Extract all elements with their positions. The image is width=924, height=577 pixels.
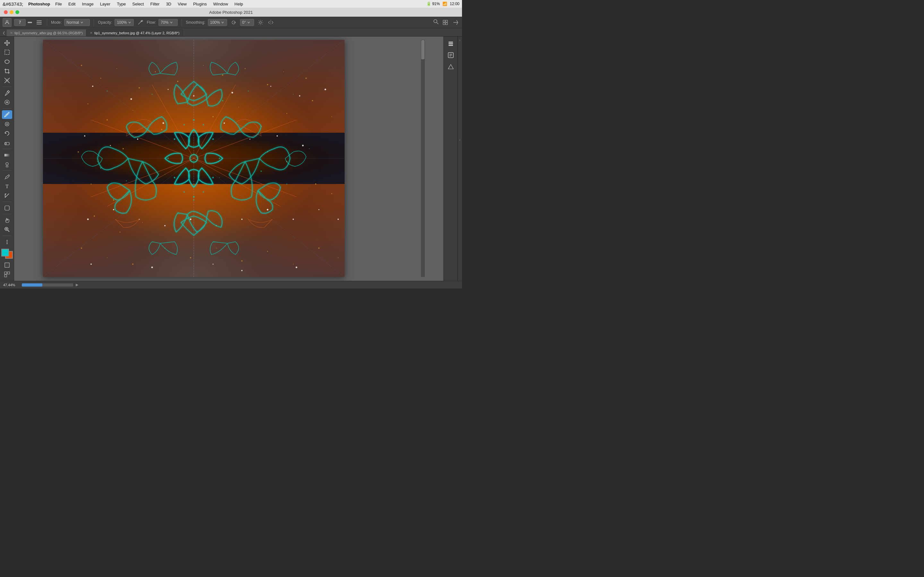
svg-point-76 <box>238 107 239 107</box>
doc-tab-1-close[interactable]: ✕ <box>90 31 92 35</box>
angle-dropdown[interactable]: 0° <box>240 19 254 26</box>
tool-eyedropper[interactable] <box>2 89 12 97</box>
svg-rect-12 <box>443 20 445 22</box>
scrollbar-thumb[interactable] <box>421 40 425 59</box>
view-toggle-icon[interactable] <box>441 19 449 26</box>
tool-clone[interactable] <box>2 119 12 128</box>
doc-tab-0-label: tip1_symmetry_after.jpg @ 66.5% (RGB/8*) <box>15 31 83 35</box>
flow-dropdown[interactable]: 70% <box>158 19 178 26</box>
brush-preset-button[interactable] <box>3 18 11 27</box>
tool-history[interactable] <box>2 129 12 138</box>
right-collapse-button[interactable]: › ‹ <box>457 37 462 281</box>
brush-settings-icon[interactable] <box>35 19 43 26</box>
svg-point-91 <box>107 258 107 258</box>
svg-point-43 <box>6 243 7 244</box>
menu-layer[interactable]: Layer <box>99 2 112 6</box>
svg-point-108 <box>168 89 169 90</box>
menu-3d[interactable]: 3D <box>165 2 173 6</box>
svg-point-164 <box>174 139 176 140</box>
svg-point-41 <box>6 240 7 241</box>
tool-hand[interactable] <box>2 216 12 224</box>
svg-point-126 <box>190 219 192 220</box>
svg-line-11 <box>437 23 438 24</box>
tool-type[interactable]: T <box>2 182 12 190</box>
tool-sep-3 <box>3 149 11 149</box>
tool-crop[interactable] <box>2 67 12 75</box>
tool-brush[interactable] <box>2 110 12 119</box>
symmetry-icon[interactable] <box>267 19 275 26</box>
apple-menu[interactable]: &#63743; <box>3 1 23 7</box>
menu-edit[interactable]: Edit <box>67 2 77 6</box>
status-bar: 47.44% ▶ <box>0 281 462 288</box>
app-name-menu[interactable]: Photoshop <box>28 2 50 6</box>
tabs-left-arrow[interactable]: ❮ <box>1 29 6 36</box>
svg-point-169 <box>212 177 214 179</box>
tool-dodge[interactable] <box>2 160 12 169</box>
svg-point-171 <box>203 191 204 193</box>
tool-quick-mask[interactable] <box>2 261 12 269</box>
svg-point-42 <box>6 242 7 242</box>
canvas-container <box>43 40 344 277</box>
svg-point-74 <box>187 103 188 105</box>
svg-point-162 <box>184 124 185 125</box>
airbrush-icon[interactable] <box>136 19 144 26</box>
menu-select[interactable]: Select <box>131 2 145 6</box>
layers-button[interactable] <box>446 39 456 49</box>
properties-button[interactable] <box>446 50 456 60</box>
menu-help[interactable]: Help <box>233 2 244 6</box>
mode-dropdown[interactable]: Normal <box>64 19 90 26</box>
canvas-area[interactable] <box>14 37 443 281</box>
status-arrow[interactable]: ▶ <box>76 283 78 287</box>
tool-eraser[interactable] <box>2 139 12 147</box>
svg-rect-47 <box>7 272 10 274</box>
brush-size-input[interactable] <box>14 19 26 26</box>
tool-extra[interactable] <box>2 237 12 246</box>
search-button[interactable] <box>433 19 439 26</box>
svg-point-59 <box>100 78 102 79</box>
angle-icon <box>230 19 237 26</box>
doc-tab-1-label: tip1_symmetry_before.jpg @ 47.4% (Layer … <box>94 31 180 35</box>
menu-type[interactable]: Type <box>115 2 127 6</box>
tool-pen[interactable] <box>2 172 12 181</box>
opacity-dropdown[interactable]: 100% <box>115 19 134 26</box>
svg-point-90 <box>81 247 82 249</box>
svg-point-165 <box>212 139 214 140</box>
doc-tab-1[interactable]: ✕ tip1_symmetry_before.jpg @ 47.4% (Laye… <box>86 29 183 36</box>
tool-zoom[interactable] <box>2 226 12 234</box>
doc-tab-0[interactable]: ✕ tip1_symmetry_after.jpg @ 66.5% (RGB/8… <box>6 29 86 36</box>
svg-point-79 <box>312 100 313 101</box>
svg-point-104 <box>315 183 317 185</box>
tool-lasso[interactable] <box>2 57 12 66</box>
tool-gradient[interactable] <box>2 151 12 159</box>
svg-point-103 <box>309 148 310 149</box>
menu-filter[interactable]: Filter <box>149 2 161 6</box>
menu-window[interactable]: Window <box>212 2 229 6</box>
svg-point-168 <box>174 177 176 179</box>
tool-marquee[interactable] <box>2 48 12 56</box>
menu-view[interactable]: View <box>176 2 188 6</box>
maximize-button[interactable] <box>15 10 19 14</box>
share-icon[interactable] <box>452 19 459 26</box>
svg-point-89 <box>142 222 143 223</box>
tool-slice[interactable] <box>2 76 12 85</box>
minimize-button[interactable] <box>10 10 13 14</box>
adjustments-button[interactable] <box>446 61 456 72</box>
menu-plugins[interactable]: Plugins <box>192 2 208 6</box>
tool-move[interactable] <box>2 39 12 47</box>
svg-point-116 <box>137 139 138 140</box>
menu-file[interactable]: File <box>54 2 63 6</box>
tool-heal[interactable] <box>2 98 12 106</box>
tool-path-select[interactable] <box>2 191 12 200</box>
opacity-value: 100% <box>117 20 127 25</box>
smoothing-dropdown[interactable]: 100% <box>208 19 227 26</box>
svg-point-148 <box>219 177 220 178</box>
vertical-scrollbar[interactable] <box>421 40 425 277</box>
svg-point-131 <box>318 210 320 210</box>
brush-options-gear-icon[interactable] <box>257 19 264 26</box>
tool-shape[interactable] <box>2 203 12 212</box>
menu-image[interactable]: Image <box>81 2 95 6</box>
close-button[interactable] <box>4 10 8 14</box>
tool-switch-view[interactable] <box>2 270 12 279</box>
doc-tab-0-close[interactable]: ✕ <box>10 31 13 35</box>
foreground-color[interactable] <box>1 249 9 256</box>
